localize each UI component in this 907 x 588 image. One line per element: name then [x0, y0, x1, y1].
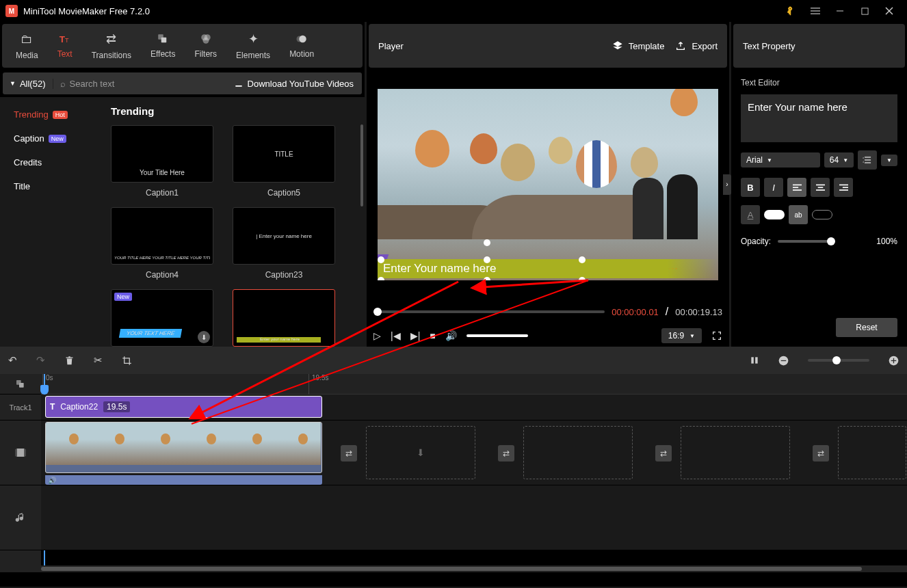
font-family-dropdown[interactable]: Arial▼ [741, 152, 820, 168]
tab-text[interactable]: TTText [48, 24, 82, 68]
audio-track-lane[interactable] [41, 485, 907, 550]
video-preview[interactable]: Enter Your name here [378, 89, 718, 280]
search-row: ▼All(52) ⌕Search text Download YouTube V… [3, 72, 362, 94]
top-toolbar: 🗀Media TTText ⇄Transitions Effects Filte… [2, 24, 363, 68]
export-button[interactable]: Export [675, 40, 718, 51]
template-button[interactable]: Template [612, 40, 665, 51]
category-trending[interactable]: TrendingHot [0, 103, 103, 126]
align-right-button[interactable] [834, 178, 853, 197]
track-lanes[interactable]: 0s 19.5s T Caption22 19.5s 🔊 ⇄ ⬇ ⇄ [41, 374, 907, 565]
expand-handle[interactable]: › [723, 174, 731, 195]
left-panel: 🗀Media TTText ⇄Transitions Effects Filte… [0, 22, 365, 347]
zoom-slider[interactable] [808, 359, 869, 362]
prev-frame-button[interactable]: |◀ [391, 330, 401, 341]
video-drop-slot[interactable] [838, 426, 906, 479]
transition-slot[interactable]: ⇄ [341, 445, 357, 462]
opacity-slider[interactable] [778, 240, 832, 243]
clip-name: Caption22 [60, 402, 98, 412]
zoom-out-button[interactable] [778, 356, 789, 366]
video-clip[interactable] [45, 422, 322, 473]
ruler[interactable]: 0s 19.5s [41, 374, 907, 395]
crop-button[interactable] [122, 356, 132, 366]
volume-icon[interactable]: 🔊 [445, 330, 457, 341]
tab-filters[interactable]: Filters [185, 24, 226, 68]
folder-icon: 🗀 [21, 32, 33, 46]
font-size-dropdown[interactable]: 64▼ [824, 152, 854, 168]
text-input[interactable]: Enter Your name here [741, 94, 897, 142]
split-button[interactable]: ✂ [94, 354, 103, 366]
track-heads: Track1 [0, 374, 41, 565]
track1-label[interactable]: Track1 [0, 395, 41, 420]
video-drop-slot[interactable]: ⬇ [366, 426, 475, 479]
no-track-button[interactable] [0, 374, 41, 395]
tab-media[interactable]: 🗀Media [6, 24, 48, 68]
new-badge: New [49, 135, 66, 143]
transition-slot[interactable]: ⇄ [813, 445, 829, 462]
tab-motion[interactable]: Motion [280, 24, 324, 68]
transition-slot[interactable]: ⇄ [498, 445, 514, 462]
maximize-button[interactable] [852, 0, 877, 22]
align-left-button[interactable] [787, 178, 806, 197]
svg-point-13 [202, 38, 209, 44]
template-caption4[interactable]: YOUR TITLE HERE YOUR TITLE HERE YOUR TIT… [111, 207, 213, 280]
audio-strip[interactable]: 🔊 [45, 475, 322, 485]
italic-button[interactable]: I [764, 178, 783, 197]
highlight-button[interactable]: ab [789, 205, 808, 224]
template-caption27[interactable]: NewYOUR TEXT HERE⬇Caption27 [111, 289, 213, 347]
template-caption1[interactable]: Your Title HereCaption1 [111, 125, 213, 198]
category-caption[interactable]: CaptionNew [0, 126, 103, 150]
template-caption23[interactable]: | Enter your name hereCaption23 [233, 207, 335, 280]
video-track-lane[interactable]: 🔊 ⇄ ⬇ ⇄ ⇄ ⇄ [41, 420, 907, 485]
zoom-in-button[interactable] [889, 356, 899, 366]
aspect-ratio-dropdown[interactable]: 16:9▼ [661, 328, 702, 343]
next-frame-button[interactable]: ▶| [410, 330, 421, 341]
template-caption22[interactable]: Enter your name hereCaption22 [233, 289, 335, 347]
play-button[interactable]: ▷ [373, 330, 381, 341]
menu-icon[interactable] [803, 0, 828, 22]
close-button[interactable] [877, 0, 902, 22]
search-input[interactable]: ⌕Search text [53, 79, 226, 89]
text-track-lane[interactable]: T Caption22 19.5s [41, 395, 907, 420]
category-credits[interactable]: Credits [0, 150, 103, 174]
audio-track-head[interactable] [0, 485, 41, 550]
svg-rect-36 [24, 449, 25, 457]
tab-elements[interactable]: ✦Elements [226, 24, 280, 68]
fullscreen-button[interactable] [711, 330, 722, 341]
volume-slider[interactable] [466, 334, 528, 337]
delete-button[interactable] [64, 356, 75, 366]
reset-button[interactable]: Reset [836, 318, 897, 337]
redo-button[interactable]: ↷ [36, 354, 45, 366]
video-drop-slot[interactable] [523, 426, 633, 479]
text-editor-label: Text Editor [741, 78, 897, 88]
line-spacing-button[interactable] [858, 150, 877, 170]
text-color-button[interactable]: A [741, 205, 760, 224]
player-header: Player Template Export [369, 24, 727, 68]
more-format-dropdown[interactable]: ▼ [881, 155, 897, 166]
upgrade-key-icon[interactable] [778, 0, 803, 22]
category-dropdown[interactable]: ▼All(52) [3, 79, 53, 89]
text-color-swatch[interactable] [764, 210, 785, 219]
transition-slot[interactable]: ⇄ [655, 445, 672, 462]
align-center-button[interactable] [811, 178, 830, 197]
video-drop-slot[interactable] [681, 426, 790, 479]
category-title[interactable]: Title [0, 174, 103, 198]
layers-icon [612, 40, 623, 51]
template-caption5[interactable]: TITLECaption5 [233, 125, 335, 198]
text-clip[interactable]: T Caption22 19.5s [45, 396, 322, 418]
tab-transitions[interactable]: ⇄Transitions [82, 24, 141, 68]
timeline-scrollbar[interactable] [0, 565, 907, 572]
minimize-button[interactable] [828, 0, 852, 22]
download-youtube-button[interactable]: Download YouTube Videos [226, 79, 362, 89]
stop-button[interactable]: ■ [430, 330, 435, 341]
undo-button[interactable]: ↶ [8, 354, 17, 366]
svg-rect-17 [793, 187, 798, 188]
bold-button[interactable]: B [741, 178, 760, 197]
tab-effects[interactable]: Effects [141, 24, 185, 68]
fit-zoom-button[interactable] [750, 356, 759, 365]
caption-text-overlay[interactable]: Enter Your name here [378, 259, 718, 278]
highlight-color-swatch[interactable] [812, 210, 832, 219]
seek-bar[interactable] [373, 310, 605, 313]
video-track-head[interactable] [0, 420, 41, 485]
templates-scrollbar[interactable] [360, 124, 363, 206]
download-icon[interactable]: ⬇ [198, 331, 210, 343]
